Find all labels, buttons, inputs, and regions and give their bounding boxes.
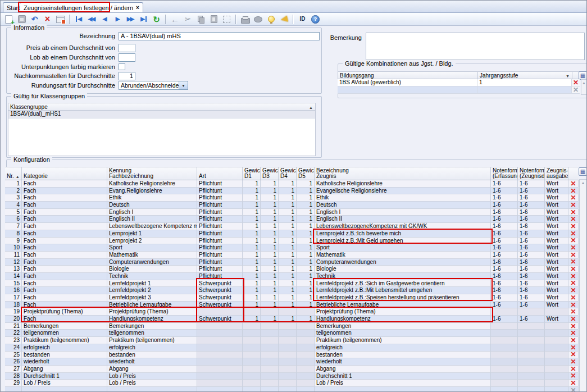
nav-last-icon[interactable] (138, 13, 149, 25)
delete-row-icon[interactable]: ✕ (568, 387, 579, 392)
delete-row-icon[interactable]: ✕ (568, 273, 579, 280)
konfiguration-row[interactable]: 17FachLernfeldprojekt 3Schwerpunkt1111Le… (5, 294, 579, 302)
hint-icon[interactable] (265, 13, 277, 25)
konfig-col-gewicht-d1[interactable]: GewichtD1 (243, 167, 261, 180)
chevron-down-icon[interactable]: ▼ (179, 81, 188, 89)
konfiguration-row[interactable]: 10FachSportPflichtunt1111Sport1-61-6Wort… (5, 244, 579, 252)
konfig-col-zeugnis--ausgabe[interactable]: Zeugnis-ausgabe (545, 167, 568, 180)
unterpunktungen-checkbox[interactable] (119, 63, 125, 70)
konfig-col-gewicht-d4[interactable]: GewichtD4 (279, 167, 297, 180)
lob-input[interactable] (119, 53, 135, 62)
kombinationen-column-chooser-icon[interactable] (579, 71, 587, 80)
konfiguration-row[interactable]: 27AbgangAbgangAbgang✕ (5, 366, 579, 373)
delete-row-icon[interactable]: ✕ (568, 266, 579, 273)
nav-first-icon[interactable] (73, 13, 85, 25)
konfiguration-row[interactable]: 7FachLebensweltbezogene Kompetenz mit GK… (5, 223, 579, 230)
copy-icon[interactable] (195, 13, 207, 25)
nav-next-icon[interactable] (112, 13, 124, 25)
konfig-col-gewicht-d5[interactable]: GewichtD5 (297, 167, 315, 180)
konfiguration-row[interactable]: 12FachComputeranwendungenPflichtunt1111C… (5, 259, 579, 266)
delete-row-icon[interactable]: ✕ (568, 259, 579, 266)
konfiguration-row[interactable]: 16FachLernfeldprojekt 2Schwerpunkt1111Le… (5, 287, 579, 294)
nachkommastellen-input[interactable] (119, 72, 135, 80)
delete-row-icon[interactable]: ✕ (568, 302, 579, 309)
kombinationen-scrollbar[interactable] (581, 79, 587, 95)
delete-row-icon[interactable]: ✕ (568, 373, 579, 380)
delete-row-icon[interactable]: ✕ (568, 244, 579, 252)
bemerkung-textarea[interactable] (366, 33, 585, 60)
konfiguration-row[interactable]: 26wiederholtwiederholtwiederholt✕ (5, 358, 579, 366)
delete-row-icon[interactable]: ✕ (568, 287, 579, 294)
delete-row-icon[interactable]: ✕ (568, 194, 579, 202)
preview-icon[interactable] (252, 13, 264, 25)
konfiguration-row[interactable]: 19Projektprüfung (Thema)Projektprüfung (… (5, 308, 579, 316)
konfiguration-row[interactable]: 22teilgenommenteilgenommenteilgenommen✕ (5, 330, 579, 337)
kombinationen-col-jahrgangsstufe[interactable]: Jahrgangsstufe (477, 71, 572, 79)
select-region-icon[interactable] (221, 13, 233, 25)
delete-row-icon[interactable]: ✕ (568, 223, 579, 230)
rundungsart-select[interactable]: Abrunden/Abschneiden ▼ (119, 81, 188, 90)
konfiguration-row[interactable]: 5FachEnglisch IPflichtunt1111Englisch I1… (5, 209, 579, 216)
konfiguration-row[interactable]: 29Lob / PreisLob / PreisLob / Preis✕ (5, 380, 579, 387)
undo-icon[interactable] (29, 13, 40, 25)
delete-row-icon[interactable]: ✕ (568, 344, 579, 352)
kombination-row[interactable]: 1BS AVdual (gewerblich)1✕ (338, 79, 580, 86)
konfiguration-row[interactable]: 9FachLernprojekt 2Pflichtunt1111Lernproj… (5, 238, 579, 245)
paste-icon[interactable] (208, 13, 220, 25)
new-record-icon[interactable] (3, 13, 15, 25)
delete-row-icon[interactable]: ✕ (568, 230, 579, 238)
delete-row-icon[interactable]: ✕ (568, 294, 579, 302)
delete-row-icon[interactable]: ✕ (568, 238, 579, 245)
delete-row-icon[interactable]: ✕ (568, 337, 579, 344)
konfiguration-row[interactable]: 6FachEnglisch IIPflichtunt1111Englisch I… (5, 216, 579, 223)
konfiguration-row[interactable]: ✕ (5, 387, 579, 392)
konfig-col-nr-[interactable]: Nr. (5, 167, 22, 180)
konfig-col-art[interactable]: Art (197, 167, 243, 180)
delete-row-icon[interactable]: ✕ (568, 330, 579, 337)
konfig-col-gewicht-d3[interactable]: GewichtD3 (261, 167, 279, 180)
delete-row-icon[interactable]: ✕ (568, 188, 579, 195)
konfiguration-row[interactable]: 8FachLernprojekt 1Pflichtunt1111Lernproj… (5, 230, 579, 238)
konfiguration-row[interactable]: 2FachEvang.ReligionslehrePflichtunt1111E… (5, 188, 579, 195)
refresh-icon[interactable] (151, 13, 162, 25)
konfig-col-kategorie[interactable]: Kategorie (22, 167, 107, 180)
konfiguration-row[interactable]: 15FachLernfeldprojekt 1Schwerpunkt1111Le… (5, 280, 579, 288)
kombination-row[interactable]: ✕ (338, 86, 580, 94)
delete-row-icon[interactable]: ✕ (568, 209, 579, 216)
delete-row-icon[interactable]: ✕ (572, 86, 580, 94)
delete-row-icon[interactable]: ✕ (568, 280, 579, 288)
bezeichnung-input[interactable] (119, 32, 320, 40)
konfiguration-row[interactable]: 18FachBetriebliche LernaufgabeSchwerpunk… (5, 302, 579, 309)
klassengruppe-row[interactable]: 1BSAV(dual)_mHS1 (8, 111, 315, 118)
konfiguration-row[interactable]: 13FachBiologiePflichtunt1111Biologie1-61… (5, 266, 579, 273)
konfiguration-row[interactable]: 4FachDeutschPflichtunt1111Deutsch1-61-6W… (5, 202, 579, 209)
preis-input[interactable] (119, 44, 135, 52)
nav-prev-icon[interactable] (99, 13, 111, 25)
klassengruppen-col-klassengruppe[interactable]: Klassengruppe (8, 103, 316, 111)
nav-fast-prev-icon[interactable] (86, 13, 98, 25)
konfiguration-row[interactable]: 25bestandenbestandenbestanden✕ (5, 352, 579, 359)
delete-row-icon[interactable]: ✕ (568, 380, 579, 387)
konfig-col-notenformat--zeugnisdruck-[interactable]: Notenformat(Zeugnisdruck) (518, 167, 545, 180)
id-filter-icon[interactable] (297, 13, 308, 25)
konfig-col-kennung-fachbezeichnung[interactable]: KennungFachbezeichnung (107, 167, 197, 180)
delete-row-icon[interactable]: ✕ (568, 308, 579, 316)
konfiguration-row[interactable]: 20FachHandlungskompetenzSchwerpunkt1111H… (5, 316, 579, 323)
delete-row-icon[interactable]: ✕ (568, 323, 579, 330)
konfig-col-notenformat--erfassung-[interactable]: Notenformat(Erfassung) (491, 167, 518, 180)
delete-row-icon[interactable]: ✕ (568, 366, 579, 373)
delete-row-icon[interactable]: ✕ (568, 202, 579, 209)
data-form-icon[interactable] (54, 13, 66, 25)
notify-icon[interactable] (278, 13, 290, 25)
tab-zeugniseinstellungen-close-icon[interactable]: × (136, 4, 139, 11)
konfiguration-row[interactable]: 14FachTechnikPflichtunt1111Technik1-61-6… (5, 273, 579, 280)
delete-row-icon[interactable]: ✕ (568, 252, 579, 259)
back-icon[interactable] (169, 13, 181, 25)
delete-row-icon[interactable]: ✕ (568, 316, 579, 323)
print-icon[interactable] (239, 13, 251, 25)
konfiguration-row[interactable]: 28Durchschnitt 1Lob / PreisDurchschnitt … (5, 373, 579, 380)
tab-zeugniseinstellungen[interactable]: Zeugniseinstellungen festlegen / ändern … (20, 2, 143, 12)
konfig-col-bezeichnung-zeugnis[interactable]: BezeichnungZeugnis (315, 167, 491, 180)
save-icon[interactable] (16, 13, 28, 25)
konfiguration-row[interactable]: 24erfolgreicherfolgreicherfolgreich✕ (5, 344, 579, 352)
